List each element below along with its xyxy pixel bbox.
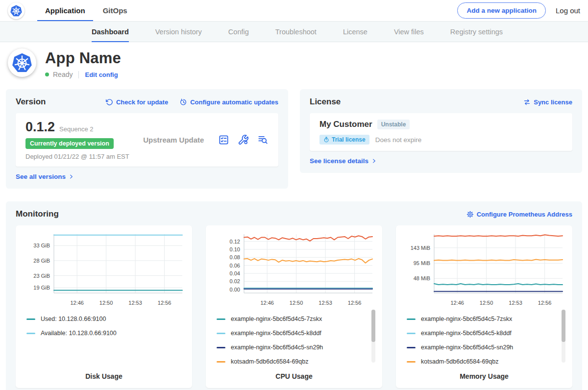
version-number: 0.1.2 [25,120,55,135]
svg-text:23 GiB: 23 GiB [33,273,50,279]
chart-plot: 33 GiB28 GiB23 GiB19 GiB12:4612:5012:531… [22,231,186,309]
svg-text:0.10: 0.10 [230,246,240,252]
tab-application[interactable]: Application [36,0,94,21]
legend-item: example-nginx-5bc6f5d4c5-k8ddf [407,330,560,337]
kubernetes-logo[interactable] [8,2,24,19]
legend-scrollbar-thumb[interactable] [371,310,375,342]
check-for-update-link[interactable]: Check for update [106,98,168,106]
tab-dashboard[interactable]: Dashboard [78,22,142,42]
legend-swatch [217,318,225,320]
legend-swatch [26,318,35,320]
logout-button[interactable]: Log out [556,6,580,15]
legend-item: Used: 10.128.0.66:9100 [26,316,179,322]
svg-text:12:46: 12:46 [70,300,84,306]
charts-row: 33 GiB28 GiB23 GiB19 GiB12:4612:5012:531… [16,225,572,388]
svg-text:0.04: 0.04 [230,270,240,276]
version-card-title: Version [16,97,46,107]
license-details-row: My Customer Unstable Trial license Does … [310,113,572,151]
legend-label: Used: 10.128.0.66:9100 [41,316,106,322]
chart-title: Disk Usage [22,368,186,384]
legend-item: kotsadm-5db6dc6584-69qbz [217,358,369,365]
configure-prometheus-link[interactable]: Configure Prometheus Address [466,211,572,218]
sync-license-link[interactable]: Sync license [523,98,572,106]
tab-version-history[interactable]: Version history [142,22,215,42]
stopwatch-icon [323,137,329,143]
license-expiration: Does not expire [375,136,422,144]
gear-icon [466,211,474,218]
legend-label: kotsadm-5db6dc6584-69qbz [231,358,308,365]
legend-item: example-nginx-5bc6f5d4c5-k8ddf [217,330,369,337]
legend-swatch [407,361,416,363]
disk-usage-chart: 33 GiB28 GiB23 GiB19 GiB12:4612:5012:531… [16,225,192,388]
svg-text:12:56: 12:56 [348,300,362,306]
svg-text:12:53: 12:53 [318,300,332,306]
tab-registry-settings[interactable]: Registry settings [437,22,516,42]
chart-plot: 0.120.100.080.060.040.020.0012:4612:5012… [212,231,376,309]
primary-tabs: Application GitOps [36,0,136,21]
legend-swatch [217,333,225,334]
legend-scrollbar-thumb[interactable] [562,310,565,342]
add-application-button[interactable]: Add a new application [457,2,546,19]
channel-badge: Unstable [377,120,410,129]
app-sub-navigation: Dashboard Version history Config Trouble… [0,22,588,42]
legend-scrollbar[interactable] [371,310,375,363]
app-header: App Name Ready Edit config [0,42,588,86]
see-license-details-link[interactable]: See license details [310,157,377,165]
svg-text:12:46: 12:46 [450,300,464,306]
tab-license[interactable]: License [330,22,381,42]
tab-gitops[interactable]: GitOps [94,0,136,21]
legend-item: Available: 10.128.0.66:9100 [26,330,179,337]
legend-label: example-nginx-5bc6f5d4c5-7zskx [421,316,512,322]
clock-refresh-icon [180,98,187,106]
legend-scrollbar[interactable] [562,310,565,363]
legend-item: kotsadm-5db6dc6584-69qbz [407,358,560,365]
svg-text:33 GiB: 33 GiB [33,243,50,248]
legend-swatch [407,318,416,320]
chart-title: Memory Usage [402,368,566,384]
kubernetes-app-icon [11,52,33,73]
page-title: App Name [45,49,121,67]
svg-text:19 GiB: 19 GiB [33,285,50,291]
legend-label: example-nginx-5bc6f5d4c5-k8ddf [231,330,321,337]
chart-legend: example-nginx-5bc6f5d4c5-7zskxexample-ng… [402,309,566,368]
tab-troubleshoot[interactable]: Troubleshoot [262,22,330,42]
legend-label: kotsadm-5db6dc6584-69qbz [421,358,498,365]
configure-automatic-updates-link[interactable]: Configure automatic updates [180,98,278,106]
svg-text:12:50: 12:50 [99,300,113,306]
svg-text:12:56: 12:56 [158,300,172,306]
svg-text:48 MiB: 48 MiB [414,275,430,281]
version-card: Version Check for update Configure autom… [6,89,288,189]
svg-text:12:50: 12:50 [290,300,303,306]
deployed-timestamp: Deployed 01/21/22 @ 11:57 am EST [25,153,129,160]
svg-text:28 GiB: 28 GiB [33,258,50,264]
legend-item: example-nginx-5bc6f5d4c5-sn29h [217,344,369,351]
preflight-checks-icon[interactable] [218,134,229,146]
config-wrench-icon[interactable] [238,134,249,146]
svg-text:0.12: 0.12 [230,239,240,244]
cpu-usage-chart: 0.120.100.080.060.040.020.0012:4612:5012… [206,225,382,388]
app-avatar [8,49,36,77]
chart-legend: example-nginx-5bc6f5d4c5-7zskxexample-ng… [212,309,376,368]
svg-text:12:53: 12:53 [509,300,522,306]
see-all-versions-link[interactable]: See all versions [16,173,74,180]
svg-text:95 MiB: 95 MiB [414,260,430,266]
divider [78,71,79,78]
legend-swatch [217,347,225,348]
svg-text:0.00: 0.00 [230,287,240,292]
version-source: Upstream Update [143,136,204,144]
trial-license-badge: Trial license [319,135,369,145]
legend-swatch [26,333,35,334]
svg-text:12:53: 12:53 [128,300,142,306]
chart-legend: Used: 10.128.0.66:9100Available: 10.128.… [22,309,186,368]
legend-item: example-nginx-5bc6f5d4c5-7zskx [407,316,560,322]
chart-plot: 143 MiB95 MiB48 MiB12:4612:5012:5312:56 [402,231,566,309]
monitoring-title: Monitoring [16,209,59,219]
tab-config[interactable]: Config [215,22,262,42]
legend-item: example-nginx-5bc6f5d4c5-7zskx [217,316,369,322]
deploy-logs-icon[interactable] [257,134,269,146]
edit-config-link[interactable]: Edit config [85,71,118,78]
tab-view-files[interactable]: View files [381,22,437,42]
sync-icon [523,98,531,106]
kubernetes-logo-icon [10,4,23,17]
status-text: Ready [53,71,73,78]
